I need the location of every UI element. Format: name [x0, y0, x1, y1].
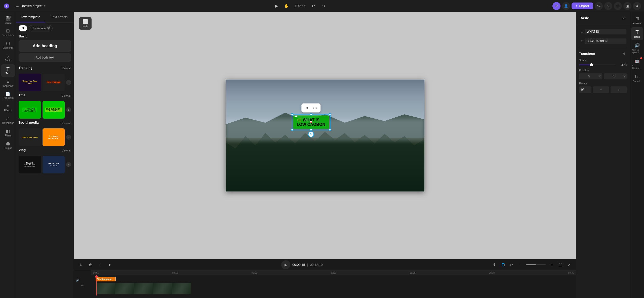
play-preview-btn[interactable]: ▶ — [272, 2, 280, 10]
vlog-arrow-btn[interactable]: › — [66, 162, 71, 167]
video-track[interactable] — [96, 283, 191, 294]
sidebar-item-templates[interactable]: ⊞ Templates — [1, 27, 15, 39]
project-name-btn[interactable]: ☁ Untitled project ▾ — [13, 3, 48, 9]
far-right-tts[interactable]: 🔊 Text to speech — [631, 41, 643, 56]
clip-end-handle[interactable] — [115, 277, 116, 281]
template-thumb-thanks-watch[interactable]: THANKSFOR WATCH @Your account — [19, 156, 41, 173]
canvas-wrapper[interactable]: ⧉ ••• ☁ — [74, 12, 576, 259]
layout-btn[interactable]: ▣ — [623, 2, 631, 10]
social-arrow-btn[interactable]: › — [66, 135, 71, 140]
far-right-ai[interactable]: 🤖 AI Charac... — [631, 56, 643, 71]
user-icon-btn[interactable]: 👤 — [562, 2, 570, 10]
settings-btn[interactable]: ⚙ — [633, 2, 641, 10]
far-right-animate[interactable]: ▷ Animat... — [631, 72, 643, 84]
sidebar-item-plugins[interactable]: ⬢ Plugins — [1, 139, 15, 152]
filter-commercial-btn[interactable]: Commercial ⓘ — [29, 25, 53, 31]
text-template-track: Text template — [91, 276, 576, 282]
tab-text-template[interactable]: Text template — [16, 12, 45, 22]
help-btn[interactable]: ? — [604, 2, 612, 10]
sidebar-item-filters[interactable]: ◧ Filters — [1, 127, 15, 139]
title-grid: 🌿 WHAT ISLOW-CAOBON GIVE OUR EARTHA CHAN… — [19, 101, 71, 119]
far-right-basic[interactable]: T Basic — [631, 27, 643, 40]
flip-h-btn[interactable]: ↔ — [593, 86, 609, 93]
rotate-input[interactable] — [579, 87, 591, 93]
trending-view-all[interactable]: View all — [62, 67, 71, 70]
sidebar-item-media-label: Media — [5, 21, 11, 24]
sidebar-item-transcript[interactable]: 📄 Transcript — [1, 90, 15, 101]
volume-icon[interactable]: 🔊 — [74, 277, 91, 283]
resize-height-btn[interactable]: ⇕ — [77, 261, 85, 269]
text-item-1-input[interactable] — [585, 29, 626, 34]
undo-btn[interactable]: ↩ — [309, 2, 317, 10]
redo-btn[interactable]: ↪ — [319, 2, 328, 10]
sidebar-item-effects[interactable]: ✦ Effects — [1, 102, 15, 114]
zoom-out-btn[interactable]: − — [516, 261, 524, 269]
expand-timeline-btn[interactable]: ⤢ — [565, 261, 573, 269]
zoom-selector-btn[interactable]: 100% ▾ — [293, 3, 307, 9]
sidebar-item-transitions[interactable]: ⇌ Transitions — [1, 114, 15, 126]
template-thumb-what-is-low[interactable]: 🌿 WHAT ISLOW-CAOBON — [19, 101, 41, 119]
download-clip-btn[interactable]: ↓ — [96, 261, 104, 269]
template-thumb-try-it-now[interactable]: TRY IT NOW! — [43, 74, 65, 91]
export-btn[interactable]: ↑ Export — [572, 3, 593, 9]
sidebar-item-captions[interactable]: ≡ Captions — [1, 77, 15, 89]
user-avatar-btn[interactable]: P — [552, 2, 560, 10]
right-panel-close-btn[interactable]: ✕ — [620, 15, 626, 21]
sidebar-item-audio-label: Audio — [5, 59, 11, 62]
template-thumb-happy-new-year[interactable]: Happy New Year— 2024 — — [19, 74, 41, 91]
pos-x-input[interactable] — [579, 73, 598, 79]
element-more-btn[interactable]: ••• — [311, 105, 318, 112]
scale-slider-row: 32% — [579, 63, 627, 66]
delete-clip-btn[interactable]: 🗑 — [87, 261, 94, 269]
zoom-in-btn[interactable]: + — [548, 261, 556, 269]
template-thumb-bytes-day[interactable]: 🔑 8 BYTESOF THE DAY — [43, 128, 65, 146]
sidebar-item-media[interactable]: 🎬 Media — [1, 14, 15, 26]
mic-btn[interactable]: 🎙 — [491, 261, 498, 269]
flip-v-btn[interactable]: ↕ — [611, 86, 627, 93]
title-arrow-btn[interactable]: › — [66, 107, 71, 112]
element-duplicate-btn[interactable]: ⧉ — [303, 105, 310, 112]
trending-arrow-btn[interactable]: › — [66, 80, 71, 85]
far-right-presets[interactable]: ⊞ Presets — [631, 14, 643, 27]
filter-all-btn[interactable]: All — [19, 25, 27, 31]
template-thumb-wake-up[interactable]: WAKE UP / 7:15 am — [43, 156, 65, 173]
add-heading-btn[interactable]: Add heading — [19, 40, 71, 52]
text-item-2[interactable]: 2 — [579, 37, 627, 45]
pos-y-input[interactable] — [604, 73, 623, 79]
text-item-2-input[interactable] — [585, 38, 626, 44]
shield-btn[interactable]: 🛡 — [595, 2, 603, 10]
vlog-grid: THANKSFOR WATCH @Your account WAKE UP / … — [19, 156, 71, 173]
add-body-btn[interactable]: Add body text — [19, 53, 71, 62]
social-view-all[interactable]: View all — [62, 122, 71, 125]
far-right-panel: ⊞ Presets T Basic 🔊 Text to speech 🤖 AI … — [630, 12, 644, 298]
fullscreen-timeline-btn[interactable]: ⛶ — [557, 261, 564, 269]
handle-bottom-center[interactable] — [310, 129, 312, 131]
vlog-view-all[interactable]: View all — [62, 149, 71, 152]
sidebar-item-plugins-label: Plugins — [4, 147, 12, 150]
template-thumb-like-follow[interactable]: LIKE & FOLLOW — [19, 128, 41, 146]
template-thumb-give-earth[interactable]: GIVE OUR EARTHA CHANCE — [43, 101, 65, 119]
canvas-element[interactable]: ⧉ ••• ☁ — [292, 114, 330, 130]
sidebar-item-audio[interactable]: ♪ Audio — [1, 52, 15, 64]
text-item-1[interactable]: 1 — [579, 27, 627, 36]
ai-badge — [640, 57, 642, 59]
sidebar-item-text[interactable]: T Text — [1, 64, 15, 77]
text-template-clip[interactable]: Text template — [96, 277, 116, 281]
tab-text-effects[interactable]: Text effects — [45, 12, 74, 22]
caption-btn[interactable]: ⧠ — [499, 261, 507, 269]
ratio-btn[interactable]: ⬜ Ratio — [79, 17, 92, 30]
scissors-btn[interactable]: ✂ — [508, 261, 515, 269]
edit-icon[interactable]: ✏ — [74, 283, 91, 288]
handle-top-left[interactable] — [291, 113, 293, 116]
play-btn[interactable]: ▶ — [281, 260, 290, 269]
hand-tool-btn[interactable]: ✋ — [283, 2, 291, 10]
sidebar-item-elements[interactable]: ⬡ Elements — [1, 39, 15, 51]
handle-bottom-left[interactable] — [291, 129, 293, 131]
apps-grid-btn[interactable]: ⊞ — [614, 2, 622, 10]
vlog-grid-items: THANKSFOR WATCH @Your account WAKE UP / … — [19, 156, 65, 173]
title-view-all[interactable]: View all — [62, 94, 71, 97]
more-options-btn[interactable]: ▾ — [106, 261, 113, 269]
rotate-handle[interactable]: ↻ — [308, 131, 314, 137]
scale-slider[interactable] — [579, 65, 616, 65]
transform-reset-btn[interactable]: ↺ — [621, 51, 627, 56]
